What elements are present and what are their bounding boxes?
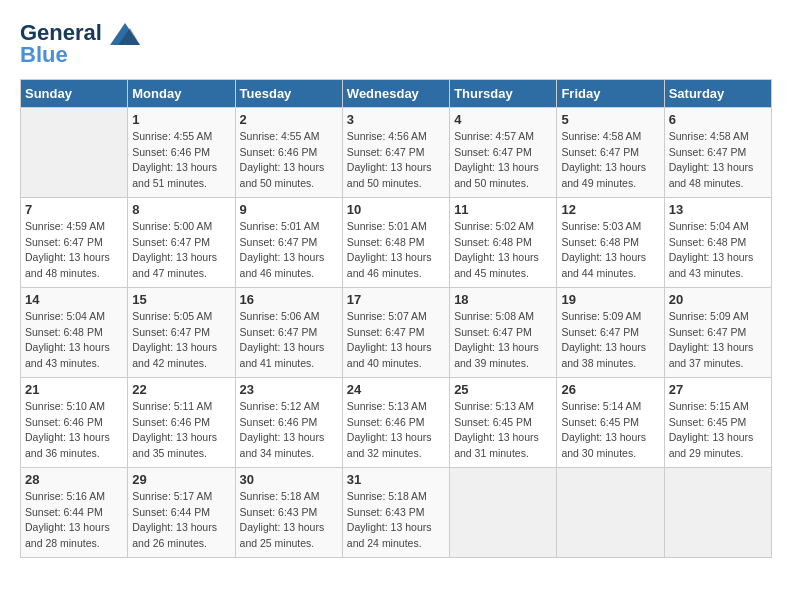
day-info: Sunrise: 5:10 AMSunset: 6:46 PMDaylight:…	[25, 399, 123, 462]
day-number: 14	[25, 292, 123, 307]
col-header-tuesday: Tuesday	[235, 79, 342, 107]
col-header-wednesday: Wednesday	[342, 79, 449, 107]
calendar-cell: 4Sunrise: 4:57 AMSunset: 6:47 PMDaylight…	[450, 107, 557, 197]
calendar-week-5: 28Sunrise: 5:16 AMSunset: 6:44 PMDayligh…	[21, 467, 772, 557]
calendar-cell	[664, 467, 771, 557]
calendar-cell: 26Sunrise: 5:14 AMSunset: 6:45 PMDayligh…	[557, 377, 664, 467]
day-info: Sunrise: 4:58 AMSunset: 6:47 PMDaylight:…	[669, 129, 767, 192]
day-number: 26	[561, 382, 659, 397]
day-info: Sunrise: 5:01 AMSunset: 6:48 PMDaylight:…	[347, 219, 445, 282]
day-number: 24	[347, 382, 445, 397]
day-info: Sunrise: 5:14 AMSunset: 6:45 PMDaylight:…	[561, 399, 659, 462]
day-number: 22	[132, 382, 230, 397]
calendar-cell: 3Sunrise: 4:56 AMSunset: 6:47 PMDaylight…	[342, 107, 449, 197]
calendar-cell: 5Sunrise: 4:58 AMSunset: 6:47 PMDaylight…	[557, 107, 664, 197]
logo: General Blue	[20, 20, 140, 69]
calendar-cell	[450, 467, 557, 557]
calendar-week-3: 14Sunrise: 5:04 AMSunset: 6:48 PMDayligh…	[21, 287, 772, 377]
day-number: 18	[454, 292, 552, 307]
calendar-cell: 24Sunrise: 5:13 AMSunset: 6:46 PMDayligh…	[342, 377, 449, 467]
day-number: 21	[25, 382, 123, 397]
day-number: 28	[25, 472, 123, 487]
calendar-cell: 6Sunrise: 4:58 AMSunset: 6:47 PMDaylight…	[664, 107, 771, 197]
calendar-cell: 19Sunrise: 5:09 AMSunset: 6:47 PMDayligh…	[557, 287, 664, 377]
day-info: Sunrise: 4:57 AMSunset: 6:47 PMDaylight:…	[454, 129, 552, 192]
day-info: Sunrise: 5:09 AMSunset: 6:47 PMDaylight:…	[669, 309, 767, 372]
day-number: 15	[132, 292, 230, 307]
day-number: 25	[454, 382, 552, 397]
calendar-cell: 10Sunrise: 5:01 AMSunset: 6:48 PMDayligh…	[342, 197, 449, 287]
day-number: 1	[132, 112, 230, 127]
day-info: Sunrise: 5:13 AMSunset: 6:45 PMDaylight:…	[454, 399, 552, 462]
day-number: 16	[240, 292, 338, 307]
calendar-cell	[557, 467, 664, 557]
calendar-cell	[21, 107, 128, 197]
calendar-cell: 9Sunrise: 5:01 AMSunset: 6:47 PMDaylight…	[235, 197, 342, 287]
day-info: Sunrise: 4:56 AMSunset: 6:47 PMDaylight:…	[347, 129, 445, 192]
calendar-cell: 27Sunrise: 5:15 AMSunset: 6:45 PMDayligh…	[664, 377, 771, 467]
day-info: Sunrise: 5:16 AMSunset: 6:44 PMDaylight:…	[25, 489, 123, 552]
day-info: Sunrise: 5:04 AMSunset: 6:48 PMDaylight:…	[669, 219, 767, 282]
day-info: Sunrise: 5:18 AMSunset: 6:43 PMDaylight:…	[240, 489, 338, 552]
calendar-week-2: 7Sunrise: 4:59 AMSunset: 6:47 PMDaylight…	[21, 197, 772, 287]
col-header-monday: Monday	[128, 79, 235, 107]
day-number: 2	[240, 112, 338, 127]
day-info: Sunrise: 5:07 AMSunset: 6:47 PMDaylight:…	[347, 309, 445, 372]
day-info: Sunrise: 5:15 AMSunset: 6:45 PMDaylight:…	[669, 399, 767, 462]
day-info: Sunrise: 4:55 AMSunset: 6:46 PMDaylight:…	[240, 129, 338, 192]
calendar-cell: 25Sunrise: 5:13 AMSunset: 6:45 PMDayligh…	[450, 377, 557, 467]
calendar-cell: 23Sunrise: 5:12 AMSunset: 6:46 PMDayligh…	[235, 377, 342, 467]
day-info: Sunrise: 5:00 AMSunset: 6:47 PMDaylight:…	[132, 219, 230, 282]
day-info: Sunrise: 5:02 AMSunset: 6:48 PMDaylight:…	[454, 219, 552, 282]
col-header-thursday: Thursday	[450, 79, 557, 107]
day-info: Sunrise: 5:09 AMSunset: 6:47 PMDaylight:…	[561, 309, 659, 372]
col-header-saturday: Saturday	[664, 79, 771, 107]
day-number: 29	[132, 472, 230, 487]
calendar-cell: 7Sunrise: 4:59 AMSunset: 6:47 PMDaylight…	[21, 197, 128, 287]
day-info: Sunrise: 5:06 AMSunset: 6:47 PMDaylight:…	[240, 309, 338, 372]
day-info: Sunrise: 5:12 AMSunset: 6:46 PMDaylight:…	[240, 399, 338, 462]
day-info: Sunrise: 5:13 AMSunset: 6:46 PMDaylight:…	[347, 399, 445, 462]
calendar-cell: 20Sunrise: 5:09 AMSunset: 6:47 PMDayligh…	[664, 287, 771, 377]
calendar-cell: 8Sunrise: 5:00 AMSunset: 6:47 PMDaylight…	[128, 197, 235, 287]
calendar-cell: 31Sunrise: 5:18 AMSunset: 6:43 PMDayligh…	[342, 467, 449, 557]
day-number: 4	[454, 112, 552, 127]
day-number: 5	[561, 112, 659, 127]
calendar-week-4: 21Sunrise: 5:10 AMSunset: 6:46 PMDayligh…	[21, 377, 772, 467]
day-info: Sunrise: 5:05 AMSunset: 6:47 PMDaylight:…	[132, 309, 230, 372]
calendar-week-1: 1Sunrise: 4:55 AMSunset: 6:46 PMDaylight…	[21, 107, 772, 197]
calendar-cell: 12Sunrise: 5:03 AMSunset: 6:48 PMDayligh…	[557, 197, 664, 287]
day-number: 23	[240, 382, 338, 397]
logo-icon	[110, 23, 140, 45]
day-number: 13	[669, 202, 767, 217]
calendar-cell: 17Sunrise: 5:07 AMSunset: 6:47 PMDayligh…	[342, 287, 449, 377]
calendar-cell: 22Sunrise: 5:11 AMSunset: 6:46 PMDayligh…	[128, 377, 235, 467]
calendar-cell: 11Sunrise: 5:02 AMSunset: 6:48 PMDayligh…	[450, 197, 557, 287]
day-number: 12	[561, 202, 659, 217]
calendar-cell: 13Sunrise: 5:04 AMSunset: 6:48 PMDayligh…	[664, 197, 771, 287]
day-number: 20	[669, 292, 767, 307]
col-header-sunday: Sunday	[21, 79, 128, 107]
day-info: Sunrise: 5:18 AMSunset: 6:43 PMDaylight:…	[347, 489, 445, 552]
day-info: Sunrise: 5:01 AMSunset: 6:47 PMDaylight:…	[240, 219, 338, 282]
day-info: Sunrise: 5:08 AMSunset: 6:47 PMDaylight:…	[454, 309, 552, 372]
calendar-cell: 18Sunrise: 5:08 AMSunset: 6:47 PMDayligh…	[450, 287, 557, 377]
calendar-cell: 21Sunrise: 5:10 AMSunset: 6:46 PMDayligh…	[21, 377, 128, 467]
calendar-table: SundayMondayTuesdayWednesdayThursdayFrid…	[20, 79, 772, 558]
day-number: 6	[669, 112, 767, 127]
day-info: Sunrise: 5:17 AMSunset: 6:44 PMDaylight:…	[132, 489, 230, 552]
calendar-cell: 14Sunrise: 5:04 AMSunset: 6:48 PMDayligh…	[21, 287, 128, 377]
calendar-cell: 15Sunrise: 5:05 AMSunset: 6:47 PMDayligh…	[128, 287, 235, 377]
day-number: 17	[347, 292, 445, 307]
calendar-cell: 2Sunrise: 4:55 AMSunset: 6:46 PMDaylight…	[235, 107, 342, 197]
day-info: Sunrise: 4:59 AMSunset: 6:47 PMDaylight:…	[25, 219, 123, 282]
col-header-friday: Friday	[557, 79, 664, 107]
day-number: 3	[347, 112, 445, 127]
calendar-cell: 30Sunrise: 5:18 AMSunset: 6:43 PMDayligh…	[235, 467, 342, 557]
day-number: 9	[240, 202, 338, 217]
day-number: 27	[669, 382, 767, 397]
day-number: 10	[347, 202, 445, 217]
day-info: Sunrise: 5:03 AMSunset: 6:48 PMDaylight:…	[561, 219, 659, 282]
calendar-cell: 16Sunrise: 5:06 AMSunset: 6:47 PMDayligh…	[235, 287, 342, 377]
day-number: 31	[347, 472, 445, 487]
